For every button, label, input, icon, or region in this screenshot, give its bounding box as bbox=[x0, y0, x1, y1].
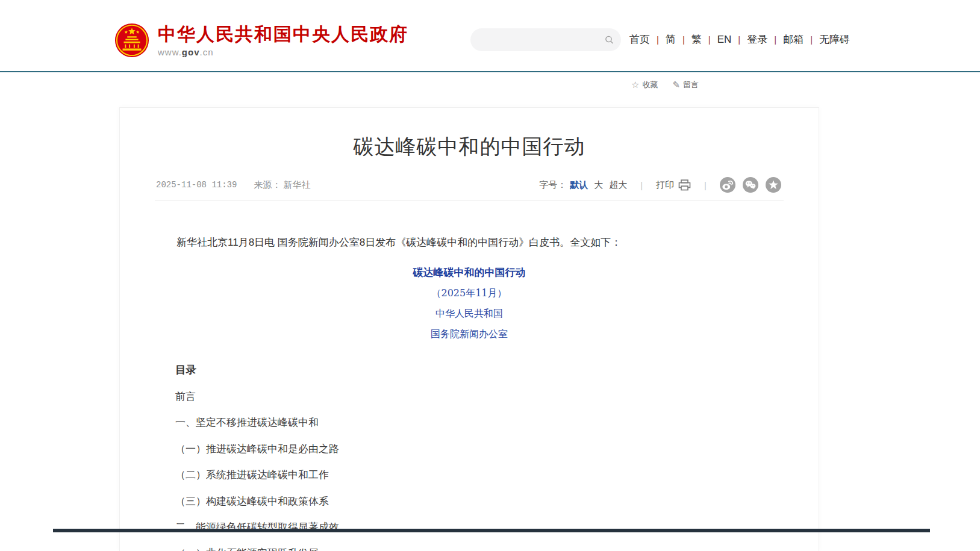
doc-date: （2025年11月） bbox=[156, 287, 782, 300]
share-group bbox=[720, 177, 781, 193]
publish-date: 2025-11-08 11:39 bbox=[156, 180, 237, 190]
nav-separator: | bbox=[708, 34, 711, 45]
qzone-share-icon[interactable] bbox=[766, 177, 781, 193]
article-card: 碳达峰碳中和的中国行动 2025-11-08 11:39 来源： 新华社 字号：… bbox=[119, 107, 819, 551]
wechat-share-icon[interactable] bbox=[743, 177, 758, 193]
doc-org-line2: 国务院新闻办公室 bbox=[156, 328, 782, 341]
nav-accessibility[interactable]: 无障碍 bbox=[819, 33, 850, 46]
nav-traditional[interactable]: 繁 bbox=[691, 33, 702, 46]
nav-home[interactable]: 首页 bbox=[629, 33, 650, 46]
article-quickbar: ☆ 收藏 ✎ 留言 bbox=[631, 79, 699, 90]
nav-separator: | bbox=[657, 34, 659, 45]
site-logo[interactable]: 中华人民共和国中央人民政府 www.gov.cn bbox=[114, 23, 408, 58]
toc-item-1: 一、坚定不移推进碳达峰碳中和 bbox=[175, 417, 782, 429]
star-icon: ☆ bbox=[631, 79, 639, 90]
top-nav: 首页| 简| 繁| EN| 登录| 邮箱| 无障碍 bbox=[629, 33, 850, 46]
message-label: 留言 bbox=[683, 79, 699, 90]
article-body: 新华社北京11月8日电 国务院新闻办公室8日发布《碳达峰碳中和的中国行动》白皮书… bbox=[156, 227, 782, 551]
nav-separator: | bbox=[774, 34, 776, 45]
source-value: 新华社 bbox=[284, 179, 311, 190]
toc-item-2-1: （一）非化石能源实现跃升发展 bbox=[175, 547, 782, 551]
site-url: www.gov.cn bbox=[158, 47, 408, 57]
message-button[interactable]: ✎ 留言 bbox=[672, 79, 699, 90]
toc-item-1-3: （三）构建碳达峰碳中和政策体系 bbox=[175, 496, 782, 508]
printer-icon bbox=[678, 179, 691, 191]
print-button[interactable]: 打印 bbox=[656, 179, 691, 191]
nav-login[interactable]: 登录 bbox=[747, 33, 767, 46]
source: 来源： 新华社 bbox=[254, 179, 310, 191]
fontsize-default-button[interactable]: 默认 bbox=[570, 179, 588, 191]
site-header: 中华人民共和国中央人民政府 www.gov.cn 首页| 简| 繁| EN| 登… bbox=[0, 0, 980, 72]
article-title: 碳达峰碳中和的中国行动 bbox=[120, 133, 819, 161]
url-gov: gov bbox=[182, 47, 200, 57]
doc-org-line1: 中华人民共和国 bbox=[156, 308, 782, 320]
article-meta-row: 2025-11-08 11:39 来源： 新华社 字号： 默认 大 超大 | 打… bbox=[156, 176, 781, 193]
gov-cn-page: { "header": { "site_title": "中华人民共和国中央人民… bbox=[0, 0, 980, 551]
fontsize-xlarge-button[interactable]: 超大 bbox=[609, 179, 627, 191]
url-www: www. bbox=[158, 47, 182, 57]
nav-simplified[interactable]: 简 bbox=[666, 33, 676, 46]
lead-paragraph: 新华社北京11月8日电 国务院新闻办公室8日发布《碳达峰碳中和的中国行动》白皮书… bbox=[156, 234, 782, 251]
footer-top-edge bbox=[53, 529, 930, 532]
fontsize-label: 字号： bbox=[539, 179, 566, 191]
search-input[interactable] bbox=[470, 28, 605, 51]
toc-heading: 目录 bbox=[175, 363, 782, 377]
national-emblem-icon bbox=[114, 23, 149, 58]
pencil-icon: ✎ bbox=[672, 79, 680, 90]
nav-mail[interactable]: 邮箱 bbox=[783, 33, 804, 46]
doc-title: 碳达峰碳中和的中国行动 bbox=[156, 266, 782, 279]
weibo-share-icon[interactable] bbox=[720, 177, 735, 193]
favorite-button[interactable]: ☆ 收藏 bbox=[631, 79, 658, 90]
nav-separator: | bbox=[810, 34, 813, 45]
meta-separator: | bbox=[640, 180, 643, 190]
logo-text: 中华人民共和国中央人民政府 www.gov.cn bbox=[158, 24, 408, 57]
toc-item-preface: 前言 bbox=[175, 391, 782, 403]
url-cn: .cn bbox=[200, 47, 214, 57]
search-icon[interactable] bbox=[605, 33, 614, 46]
meta-separator: | bbox=[704, 180, 707, 190]
meta-divider bbox=[155, 201, 784, 201]
site-title: 中华人民共和国中央人民政府 bbox=[158, 24, 408, 44]
fontsize-large-button[interactable]: 大 bbox=[594, 179, 603, 191]
toc-item-1-1: （一）推进碳达峰碳中和是必由之路 bbox=[175, 443, 782, 455]
nav-english[interactable]: EN bbox=[717, 34, 732, 46]
search-box[interactable] bbox=[470, 28, 621, 51]
nav-separator: | bbox=[682, 34, 685, 45]
nav-separator: | bbox=[738, 34, 740, 45]
toc-item-1-2: （二）系统推进碳达峰碳中和工作 bbox=[175, 469, 782, 481]
print-label: 打印 bbox=[656, 179, 674, 191]
favorite-label: 收藏 bbox=[642, 79, 658, 90]
meta-tools: 字号： 默认 大 超大 | 打印 | bbox=[539, 177, 781, 193]
source-label: 来源： bbox=[254, 179, 281, 190]
